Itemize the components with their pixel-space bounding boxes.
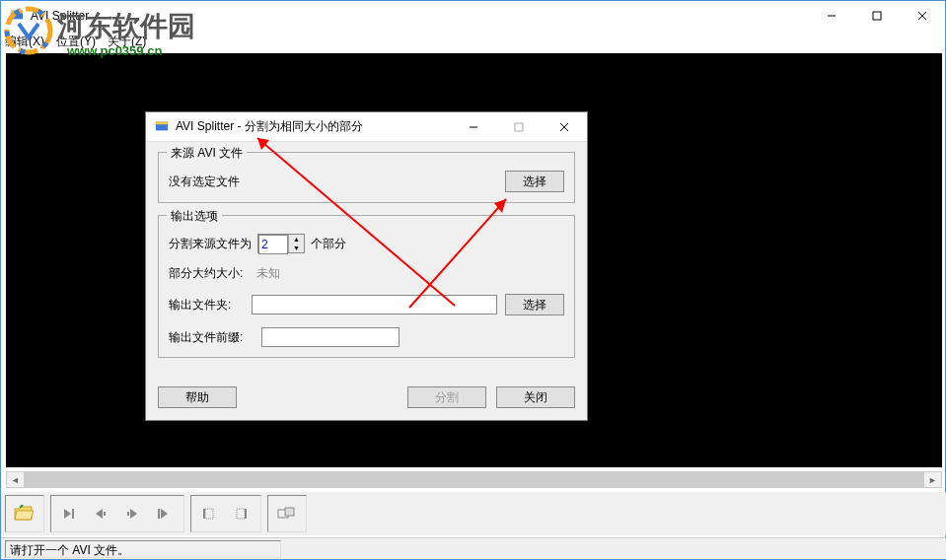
spin-down-button[interactable]: ▼: [289, 244, 304, 252]
dialog-titlebar: AVI Splitter - 分割为相同大小的部分: [146, 112, 587, 142]
menu-edit[interactable]: 编辑(X): [5, 34, 44, 50]
spin-up-button[interactable]: ▲: [289, 235, 304, 244]
help-button[interactable]: 帮助: [158, 386, 237, 408]
select-source-button[interactable]: 选择: [505, 171, 564, 192]
svg-rect-3: [15, 13, 17, 15]
svg-marker-9: [64, 509, 71, 519]
split-dialog: AVI Splitter - 分割为相同大小的部分 来源 AVI 文件 没有选定…: [145, 111, 588, 421]
source-group-legend: 来源 AVI 文件: [167, 145, 247, 162]
svg-rect-1: [11, 11, 23, 14]
horizontal-scrollbar[interactable]: ◄ ►: [6, 471, 942, 488]
export-clip-button[interactable]: [271, 499, 301, 528]
svg-rect-8: [72, 509, 74, 519]
split-count-label: 分割来源文件为: [169, 236, 252, 252]
source-file-group: 来源 AVI 文件 没有选定文件 选择: [158, 152, 575, 203]
maximize-button[interactable]: [854, 1, 900, 31]
menu-about[interactable]: 关于(Z): [108, 34, 146, 50]
approx-size-value: 未知: [256, 265, 280, 282]
no-file-label: 没有选定文件: [169, 174, 240, 190]
svg-rect-19: [245, 509, 247, 519]
output-folder-label: 输出文件夹:: [169, 297, 246, 314]
scroll-thumb[interactable]: [24, 472, 924, 487]
bottom-toolbar: [1, 492, 946, 535]
output-folder-input[interactable]: [252, 295, 497, 315]
parts-suffix-label: 个部分: [311, 236, 346, 252]
main-titlebar: AVI Splitter: [1, 1, 945, 31]
svg-marker-10: [96, 509, 103, 519]
main-title: AVI Splitter: [31, 9, 89, 23]
close-dialog-button[interactable]: 关闭: [496, 386, 575, 408]
svg-rect-27: [515, 123, 523, 131]
minimize-button[interactable]: [809, 1, 854, 31]
svg-rect-14: [158, 509, 160, 519]
dialog-title: AVI Splitter - 分割为相同大小的部分: [176, 118, 363, 135]
prev-frame-button[interactable]: [54, 499, 84, 528]
svg-rect-21: [285, 508, 294, 516]
split-count-input[interactable]: [258, 235, 288, 254]
open-file-button[interactable]: [9, 499, 38, 528]
step-forward-button[interactable]: [117, 499, 147, 528]
select-folder-button[interactable]: 选择: [505, 294, 564, 315]
svg-rect-5: [873, 12, 881, 20]
svg-rect-25: [156, 121, 168, 124]
svg-marker-15: [161, 509, 168, 519]
app-icon: [9, 8, 25, 24]
next-frame-button[interactable]: [149, 499, 179, 528]
menubar: 编辑(X) 位置(Y) 关于(Z): [1, 31, 945, 52]
svg-rect-17: [205, 509, 213, 519]
output-group-legend: 输出选项: [167, 208, 222, 225]
output-options-group: 输出选项 分割来源文件为 ▲▼ 个部分 部分大约大小: 未知 输出文件夹: 选择…: [158, 215, 575, 358]
dialog-close-button[interactable]: [542, 112, 587, 142]
close-button[interactable]: [900, 1, 945, 31]
svg-marker-13: [130, 509, 137, 519]
mark-out-button[interactable]: [226, 499, 255, 528]
svg-rect-18: [237, 509, 245, 519]
split-count-spinner[interactable]: ▲▼: [257, 234, 305, 253]
scroll-left-button[interactable]: ◄: [7, 472, 24, 487]
scroll-right-button[interactable]: ►: [924, 472, 941, 487]
status-text: 请打开一个 AVI 文件。: [5, 540, 281, 558]
dialog-icon: [154, 119, 170, 135]
step-back-button[interactable]: [86, 499, 115, 528]
svg-rect-11: [104, 512, 106, 516]
mark-in-button[interactable]: [194, 499, 224, 528]
dialog-maximize-button[interactable]: [496, 112, 542, 142]
svg-rect-12: [127, 512, 129, 516]
statusbar: 请打开一个 AVI 文件。: [1, 537, 946, 559]
output-prefix-input[interactable]: [261, 327, 400, 347]
menu-view[interactable]: 位置(Y): [56, 34, 96, 50]
approx-size-label: 部分大约大小:: [169, 265, 243, 282]
svg-rect-2: [13, 13, 15, 15]
dialog-minimize-button[interactable]: [451, 112, 496, 142]
split-button[interactable]: 分割: [407, 386, 486, 408]
output-prefix-label: 输出文件前缀:: [169, 329, 255, 346]
